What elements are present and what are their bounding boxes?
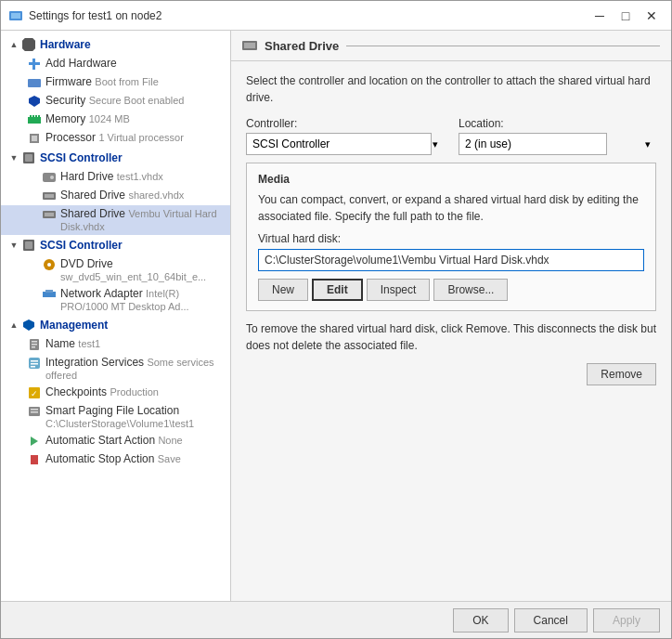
window-title: Settings for test1 on node2 — [29, 9, 588, 22]
network-texts: Network Adapter Intel(R) PRO/1000 MT Des… — [60, 287, 226, 313]
dvd-sub: sw_dvd5_win_ent_10_64bit_e... — [60, 271, 206, 282]
scsi1-label: SCSI Controller — [40, 151, 123, 164]
hardware-section-header[interactable]: ▲ Hardware — [1, 34, 230, 55]
security-icon — [27, 94, 42, 109]
svg-rect-31 — [32, 346, 35, 348]
panel-header: Shared Drive — [231, 31, 671, 61]
close-button[interactable]: ✕ — [640, 6, 664, 26]
sidebar-item-network[interactable]: Network Adapter Intel(R) PRO/1000 MT Des… — [1, 285, 230, 315]
sidebar-item-memory[interactable]: Memory 1024 MB — [1, 111, 230, 129]
svg-point-24 — [47, 263, 51, 267]
controller-label: Controller: — [246, 117, 444, 130]
hard-drive-sub: test1.vhdx — [117, 171, 163, 182]
media-buttons: New Edit Inspect Browse... — [258, 279, 644, 301]
vhd-label: Virtual hard disk: — [258, 232, 644, 245]
window-icon — [8, 8, 23, 23]
sidebar-item-hard-drive[interactable]: Hard Drive test1.vhdx — [1, 168, 230, 187]
paging-sub: C:\ClusterStorage\Volume1\test1 — [45, 418, 194, 429]
scsi1-expand-icon: ▼ — [8, 153, 19, 163]
security-sub: Secure Boot enabled — [89, 95, 185, 106]
svg-rect-40 — [31, 411, 38, 413]
processor-name: Processor — [45, 131, 96, 144]
sidebar-item-processor[interactable]: Processor 1 Virtual processor — [1, 129, 230, 148]
vhd-input[interactable] — [258, 249, 644, 271]
footer: OK Cancel Apply — [1, 601, 671, 638]
scsi2-icon — [21, 238, 36, 253]
scsi2-header[interactable]: ▼ SCSI Controller — [1, 235, 230, 255]
svg-rect-12 — [32, 136, 37, 141]
svg-rect-7 — [30, 115, 32, 118]
svg-rect-8 — [32, 115, 34, 118]
autostart-sub: None — [158, 435, 182, 446]
hardware-icon — [21, 37, 36, 52]
header-divider — [346, 46, 660, 46]
ok-button[interactable]: OK — [453, 608, 508, 632]
autostart-texts: Automatic Start Action None — [45, 434, 183, 447]
autostart-icon — [27, 434, 42, 449]
hard-drive-name: Hard Drive — [60, 170, 113, 183]
shared-drive1-texts: Shared Drive shared.vhdx — [60, 189, 184, 202]
main-panel: Shared Drive Select the controller and l… — [231, 31, 671, 601]
controller-select-wrapper[interactable]: SCSI Controller — [246, 133, 444, 155]
name-label: Name — [45, 337, 75, 350]
management-section-header[interactable]: ▲ Management — [1, 315, 230, 335]
svg-marker-41 — [31, 437, 38, 446]
svg-point-16 — [50, 176, 54, 179]
edit-button[interactable]: Edit — [312, 279, 363, 301]
sidebar-item-paging[interactable]: Smart Paging File Location C:\ClusterSto… — [1, 402, 230, 432]
remove-button[interactable]: Remove — [587, 363, 656, 385]
title-bar: Settings for test1 on node2 ─ □ ✕ — [1, 1, 671, 31]
svg-rect-26 — [45, 290, 53, 293]
hardware-expand-icon: ▲ — [8, 40, 19, 49]
name-sub: test1 — [78, 338, 100, 349]
sidebar-item-name[interactable]: Name test1 — [1, 335, 230, 354]
content-area: ▲ Hardware Add Hardware — [1, 31, 671, 601]
paging-texts: Smart Paging File Location C:\ClusterSto… — [45, 404, 226, 430]
autostop-icon — [27, 452, 42, 467]
shared-drive2-name: Shared Drive — [60, 207, 125, 220]
firmware-texts: Firmware Boot from File — [45, 75, 159, 88]
autostart-name: Automatic Start Action — [45, 434, 155, 447]
security-name: Security — [45, 94, 85, 107]
sidebar-item-shared-drive1[interactable]: Shared Drive shared.vhdx — [1, 187, 230, 205]
minimize-button[interactable]: ─ — [588, 6, 612, 26]
name-icon — [27, 337, 42, 352]
sidebar-item-dvd-drive[interactable]: DVD Drive sw_dvd5_win_ent_10_64bit_e... — [1, 255, 230, 285]
location-select-wrapper[interactable]: 2 (in use) — [459, 133, 656, 155]
network-icon — [42, 287, 57, 302]
controller-select[interactable]: SCSI Controller — [246, 133, 432, 155]
dvd-icon — [42, 257, 57, 272]
browse-button[interactable]: Browse... — [433, 279, 508, 301]
sidebar-item-integration[interactable]: Integration Services Some services offer… — [1, 354, 230, 384]
maximize-button[interactable]: □ — [614, 6, 638, 26]
svg-rect-42 — [31, 455, 38, 464]
svg-rect-18 — [45, 194, 54, 198]
location-select[interactable]: 2 (in use) — [459, 133, 607, 155]
sidebar-item-add-hardware[interactable]: Add Hardware — [1, 55, 230, 73]
processor-sub: 1 Virtual processor — [98, 132, 184, 143]
controller-location-row: Controller: SCSI Controller Location: 2 … — [246, 117, 656, 155]
sidebar-item-shared-drive2[interactable]: Shared Drive Vembu Virtual Hard Disk.vhd… — [1, 205, 230, 235]
processor-icon — [27, 131, 42, 146]
apply-button[interactable]: Apply — [593, 608, 660, 632]
panel-header-icon — [242, 38, 257, 53]
sidebar-item-autostop[interactable]: Automatic Stop Action Save — [1, 450, 230, 469]
inspect-button[interactable]: Inspect — [367, 279, 431, 301]
sidebar-item-firmware[interactable]: Firmware Boot from File — [1, 73, 230, 92]
sidebar-item-checkpoints[interactable]: ✓ Checkpoints Production — [1, 384, 230, 402]
processor-texts: Processor 1 Virtual processor — [45, 131, 184, 144]
sidebar-item-security[interactable]: Security Secure Boot enabled — [1, 92, 230, 111]
scsi1-header[interactable]: ▼ SCSI Controller — [1, 148, 230, 168]
cancel-button[interactable]: Cancel — [514, 608, 588, 632]
svg-rect-34 — [31, 363, 38, 365]
svg-marker-27 — [23, 320, 34, 331]
location-group: Location: 2 (in use) — [459, 117, 656, 155]
checkpoints-icon: ✓ — [27, 385, 42, 400]
checkpoints-sub: Production — [110, 386, 159, 398]
sidebar-item-autostart[interactable]: Automatic Start Action None — [1, 432, 230, 450]
integration-name: Integration Services — [45, 356, 144, 369]
hard-drive-texts: Hard Drive test1.vhdx — [60, 170, 163, 183]
add-hardware-texts: Add Hardware — [45, 57, 117, 70]
window-controls: ─ □ ✕ — [588, 6, 664, 26]
new-button[interactable]: New — [258, 279, 308, 301]
